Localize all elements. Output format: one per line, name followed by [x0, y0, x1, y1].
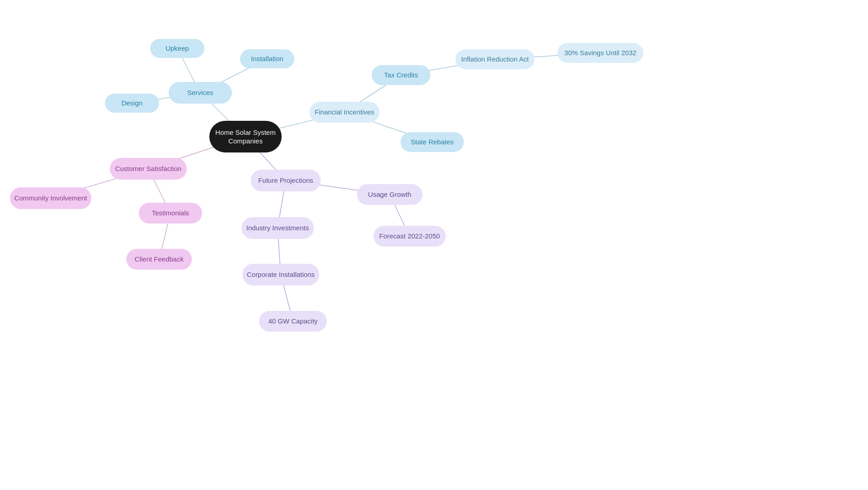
services-label: Services	[185, 88, 215, 97]
center-node[interactable]: Home Solar System Companies	[209, 121, 282, 152]
design-node[interactable]: Design	[105, 94, 159, 113]
inflation-reduction-act-label: Inflation Reduction Act	[459, 55, 530, 64]
customer-satisfaction-label: Customer Satisfaction	[113, 164, 184, 173]
inflation-reduction-act-node[interactable]: Inflation Reduction Act	[456, 49, 535, 69]
upkeep-node[interactable]: Upkeep	[150, 39, 204, 58]
community-involvement-node[interactable]: Community Involvement	[10, 187, 91, 209]
financial-incentives-node[interactable]: Financial Incentives	[310, 102, 380, 123]
community-involvement-label: Community Involvement	[13, 194, 89, 203]
usage-growth-label: Usage Growth	[366, 190, 413, 199]
state-rebates-node[interactable]: State Rebates	[401, 132, 464, 152]
capacity-gw-label: 40 GW Capacity	[266, 317, 319, 326]
customer-satisfaction-node[interactable]: Customer Satisfaction	[110, 158, 187, 180]
forecast-label: Forecast 2022-2050	[377, 232, 442, 241]
center-node-label: Home Solar System Companies	[209, 128, 282, 146]
corporate-installations-node[interactable]: Corporate Installations	[242, 264, 319, 285]
design-label: Design	[120, 99, 145, 108]
corporate-installations-label: Corporate Installations	[245, 270, 316, 279]
installation-node[interactable]: Installation	[240, 49, 294, 68]
client-feedback-label: Client Feedback	[133, 255, 185, 264]
tax-credits-label: Tax Credits	[382, 71, 420, 80]
future-projections-label: Future Projections	[256, 176, 315, 185]
upkeep-label: Upkeep	[164, 44, 191, 53]
financial-incentives-label: Financial Incentives	[313, 108, 376, 117]
usage-growth-node[interactable]: Usage Growth	[357, 184, 423, 205]
industry-investments-node[interactable]: Industry Investments	[241, 217, 314, 239]
forecast-node[interactable]: Forecast 2022-2050	[373, 226, 446, 247]
future-projections-node[interactable]: Future Projections	[251, 170, 321, 191]
industry-investments-label: Industry Investments	[245, 224, 311, 233]
savings-30-label: 30% Savings Until 2032	[562, 48, 638, 57]
client-feedback-node[interactable]: Client Feedback	[127, 249, 192, 270]
testimonials-label: Testimonials	[150, 209, 191, 218]
services-node[interactable]: Services	[169, 82, 232, 104]
capacity-gw-node[interactable]: 40 GW Capacity	[259, 311, 327, 332]
testimonials-node[interactable]: Testimonials	[139, 203, 202, 224]
state-rebates-label: State Rebates	[409, 138, 455, 147]
savings-30-node[interactable]: 30% Savings Until 2032	[557, 43, 643, 63]
tax-credits-node[interactable]: Tax Credits	[372, 65, 430, 85]
installation-label: Installation	[249, 54, 285, 63]
